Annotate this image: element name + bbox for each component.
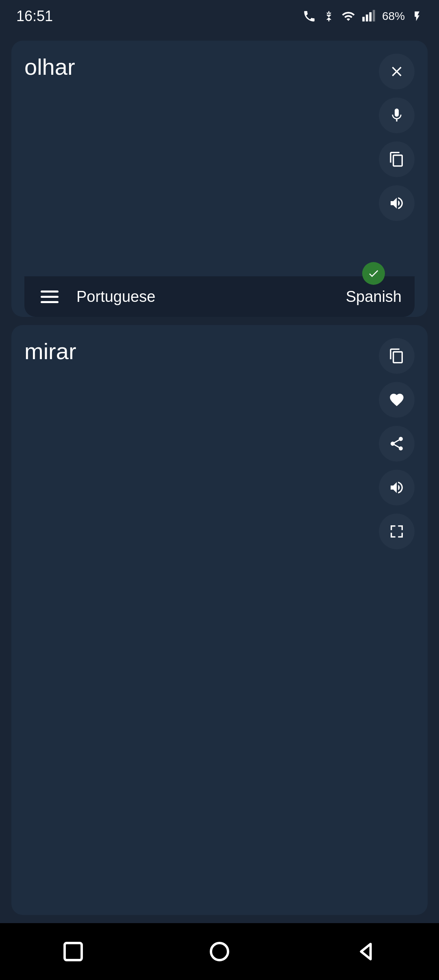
nav-bar — [0, 923, 439, 980]
svg-rect-2 — [369, 12, 372, 22]
status-time: 16:51 — [16, 8, 53, 25]
signal-icon — [362, 9, 376, 23]
copy-output-icon — [389, 348, 405, 364]
svg-rect-4 — [65, 943, 82, 960]
charging-icon — [411, 11, 423, 22]
output-card: mirar — [11, 325, 428, 915]
wifi-icon — [341, 9, 355, 23]
expand-button[interactable] — [379, 514, 415, 549]
language-bar: Portuguese Spanish — [24, 276, 415, 317]
output-text: mirar — [24, 338, 369, 364]
main-content: olhar — [0, 33, 439, 923]
share-button[interactable] — [379, 426, 415, 462]
copy-icon — [389, 151, 405, 167]
back-button[interactable] — [346, 931, 386, 972]
input-card: olhar — [11, 41, 428, 317]
menu-button[interactable] — [37, 287, 62, 306]
sound-output-button[interactable] — [379, 470, 415, 505]
volume-icon — [389, 195, 405, 211]
language-check-badge — [362, 262, 385, 285]
share-icon — [389, 436, 405, 452]
back-triangle-icon — [354, 940, 377, 963]
favorite-button[interactable] — [379, 382, 415, 418]
bluetooth-icon — [323, 10, 335, 22]
square-icon — [62, 940, 85, 963]
phone-icon — [302, 9, 316, 23]
target-language-container: Spanish — [346, 288, 402, 306]
menu-line-3 — [41, 301, 59, 303]
circle-icon — [208, 940, 231, 963]
svg-rect-3 — [373, 10, 375, 21]
close-icon — [389, 63, 405, 80]
menu-line-2 — [41, 296, 59, 298]
check-icon — [367, 267, 380, 280]
status-bar: 16:51 68% — [0, 0, 439, 33]
heart-icon — [389, 392, 405, 408]
home-button[interactable] — [199, 931, 240, 972]
svg-rect-0 — [362, 17, 365, 21]
svg-rect-1 — [366, 15, 368, 22]
sound-input-button[interactable] — [379, 185, 415, 221]
mic-button[interactable] — [379, 98, 415, 133]
recent-apps-button[interactable] — [53, 931, 93, 972]
status-icons: 68% — [302, 9, 423, 23]
input-buttons-col — [379, 54, 415, 221]
input-card-text-row: olhar — [24, 54, 415, 221]
language-bar-inner: Portuguese Spanish — [37, 287, 402, 306]
copy-input-button[interactable] — [379, 141, 415, 177]
battery-indicator: 68% — [382, 10, 405, 23]
volume-output-icon — [389, 479, 405, 496]
mic-icon — [389, 107, 405, 124]
close-button[interactable] — [379, 54, 415, 89]
expand-icon — [389, 523, 405, 540]
menu-line-1 — [41, 291, 59, 293]
svg-point-5 — [211, 943, 228, 960]
output-card-text-row: mirar — [24, 338, 415, 549]
input-text: olhar — [24, 54, 369, 80]
target-language-label[interactable]: Spanish — [346, 288, 402, 306]
output-buttons-col — [379, 338, 415, 549]
copy-output-button[interactable] — [379, 338, 415, 374]
source-language-label[interactable]: Portuguese — [76, 288, 155, 306]
svg-marker-6 — [361, 944, 370, 959]
